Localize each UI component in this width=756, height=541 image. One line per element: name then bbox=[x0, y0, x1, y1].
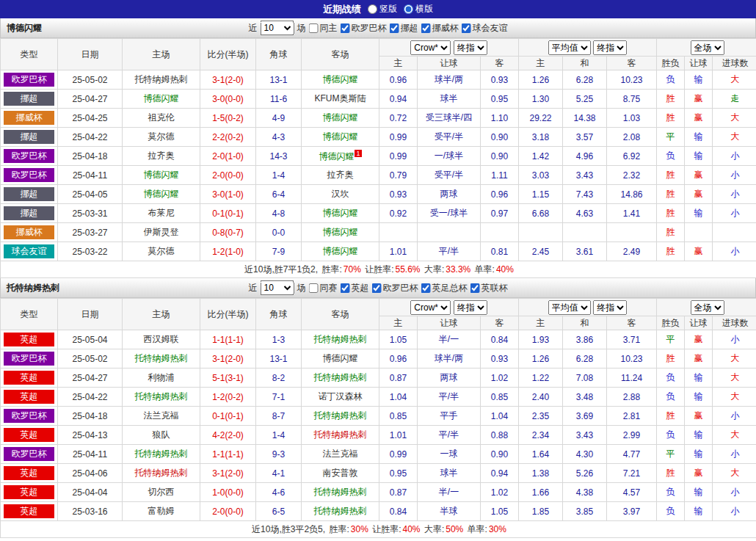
away-team[interactable]: 托特纳姆热刺 bbox=[314, 506, 367, 516]
home-team[interactable]: 博德闪耀 bbox=[144, 170, 179, 180]
home-team[interactable]: 托特纳姆热刺 bbox=[135, 74, 188, 84]
match-score[interactable]: 0-1(0-1) bbox=[200, 204, 256, 223]
away-team[interactable]: 托特纳姆热刺 bbox=[314, 410, 367, 421]
home-team[interactable]: 法兰克福 bbox=[144, 410, 179, 421]
league-checkbox[interactable] bbox=[421, 283, 431, 293]
league-checkbox[interactable] bbox=[421, 23, 431, 33]
league-checkbox[interactable] bbox=[372, 283, 382, 293]
league-checkbox[interactable] bbox=[390, 23, 399, 33]
average-odds-select[interactable]: 平均值 bbox=[548, 40, 591, 55]
away-team[interactable]: 南安普敦 bbox=[323, 468, 358, 478]
match-score[interactable]: 2-0(1-0) bbox=[200, 147, 256, 166]
home-team[interactable]: 托特纳姆热刺 bbox=[135, 353, 188, 363]
euro-odds-time-select[interactable]: 终指 bbox=[593, 300, 627, 315]
home-team[interactable]: 切尔西 bbox=[148, 487, 175, 497]
league-filter[interactable]: 球会友谊 bbox=[462, 22, 508, 35]
league-filter[interactable]: 欧罗巴杯 bbox=[372, 282, 418, 294]
layout-option-vertical[interactable]: 竖版 bbox=[368, 3, 397, 15]
away-team[interactable]: 托特纳姆热刺 bbox=[314, 334, 367, 344]
match-score[interactable]: 3-0(1-0) bbox=[200, 185, 256, 204]
away-team[interactable]: 博德闪耀 bbox=[323, 131, 358, 142]
away-team[interactable]: 法兰克福 bbox=[323, 449, 358, 459]
fulltime-select[interactable]: 全场 bbox=[691, 300, 724, 315]
match-score[interactable]: 1-5(0-2) bbox=[200, 109, 256, 128]
layout-option-horizontal[interactable]: 横版 bbox=[404, 3, 433, 15]
asian-odds-time-select[interactable]: 终指 bbox=[454, 300, 487, 315]
league-filter[interactable]: 挪威杯 bbox=[421, 22, 459, 35]
away-team[interactable]: 博德闪耀 bbox=[319, 151, 354, 161]
home-team[interactable]: 博德闪耀 bbox=[144, 93, 179, 104]
home-team[interactable]: 西汉姆联 bbox=[144, 334, 179, 344]
league-filter[interactable]: 英超 bbox=[341, 282, 369, 294]
league-filter[interactable]: 欧罗巴杯 bbox=[341, 22, 387, 35]
home-team[interactable]: 伊斯灵登 bbox=[144, 227, 179, 237]
league-filter[interactable]: 英联杯 bbox=[470, 282, 508, 294]
same-venue-filter[interactable]: 同主 bbox=[309, 22, 338, 35]
home-team[interactable]: 利物浦 bbox=[148, 372, 175, 382]
match-score[interactable]: 3-0(0-0) bbox=[200, 90, 256, 109]
match-score[interactable]: 3-1(2-0) bbox=[200, 349, 256, 368]
home-team[interactable]: 祖克伦 bbox=[148, 112, 175, 123]
home-team[interactable]: 博德闪耀 bbox=[144, 189, 179, 199]
match-score[interactable]: 1-2(0-2) bbox=[200, 388, 256, 407]
match-score[interactable]: 1-2(1-0) bbox=[200, 242, 256, 261]
asian-odds-time-select[interactable]: 终指 bbox=[454, 40, 487, 55]
away-team[interactable]: 诺丁汉森林 bbox=[319, 391, 363, 402]
home-team[interactable]: 托特纳姆热刺 bbox=[135, 449, 188, 459]
match-count-select[interactable]: 10 bbox=[261, 280, 294, 295]
match-score[interactable]: 2-0(0-0) bbox=[200, 502, 256, 521]
match-score[interactable]: 2-2(0-2) bbox=[200, 128, 256, 147]
home-team[interactable]: 莫尔德 bbox=[148, 131, 175, 142]
league-checkbox[interactable] bbox=[470, 283, 480, 293]
match-score[interactable]: 1-1(1-1) bbox=[200, 330, 256, 349]
away-team[interactable]: 拉齐奥 bbox=[327, 170, 354, 180]
away-team[interactable]: 托特纳姆热刺 bbox=[314, 487, 367, 497]
corner-score: 9-3 bbox=[256, 445, 302, 464]
home-team[interactable]: 托特纳姆热刺 bbox=[135, 391, 188, 402]
match-count-select[interactable]: 10 bbox=[261, 21, 294, 35]
vertical-layout-radio[interactable] bbox=[368, 4, 377, 14]
away-team[interactable]: 博德闪耀 bbox=[323, 112, 358, 123]
match-score[interactable]: 3-1(2-0) bbox=[200, 464, 256, 483]
match-score[interactable]: 3-1(2-0) bbox=[200, 70, 256, 90]
away-team[interactable]: KFUM奥斯陆 bbox=[315, 93, 366, 104]
home-team[interactable]: 拉齐奥 bbox=[148, 150, 175, 161]
match-score[interactable]: 1-1(1-1) bbox=[200, 445, 256, 464]
match-score[interactable]: 5-1(3-1) bbox=[200, 368, 256, 388]
euro-odds-time-select[interactable]: 终指 bbox=[593, 40, 627, 55]
ah-away-odds: 0.90 bbox=[481, 147, 519, 166]
euro-home-odds: 1.15 bbox=[519, 185, 563, 204]
league-filter[interactable]: 英足总杯 bbox=[421, 282, 468, 294]
league-checkbox[interactable] bbox=[462, 23, 471, 33]
same-competition-checkbox[interactable] bbox=[309, 283, 319, 293]
league-checkbox[interactable] bbox=[341, 23, 350, 33]
home-team[interactable]: 布莱尼 bbox=[148, 208, 175, 218]
away-team[interactable]: 博德闪耀 bbox=[323, 74, 358, 84]
league-checkbox[interactable] bbox=[341, 283, 350, 293]
away-team[interactable]: 托特纳姆热刺 bbox=[314, 429, 367, 440]
home-team[interactable]: 托特纳姆热刺 bbox=[135, 468, 188, 478]
bookmaker-select[interactable]: Crow* bbox=[410, 40, 451, 55]
away-team[interactable]: 博德闪耀 bbox=[323, 246, 358, 256]
home-team[interactable]: 狼队 bbox=[153, 429, 170, 440]
match-score[interactable]: 2-0(0-0) bbox=[200, 166, 256, 185]
away-team[interactable]: 博德闪耀 bbox=[323, 353, 358, 363]
home-team[interactable]: 莫尔德 bbox=[148, 246, 175, 256]
average-odds-select[interactable]: 平均值 bbox=[548, 300, 591, 315]
fulltime-select[interactable]: 全场 bbox=[691, 40, 724, 55]
match-score[interactable]: 1-0(0-0) bbox=[200, 483, 256, 502]
away-team[interactable]: 托特纳姆热刺 bbox=[314, 372, 367, 382]
same-venue-checkbox[interactable] bbox=[309, 23, 319, 33]
match-score[interactable]: 0-1(0-1) bbox=[200, 407, 256, 426]
horizontal-layout-radio[interactable] bbox=[404, 4, 413, 14]
match-score[interactable]: 0-8(0-7) bbox=[200, 223, 256, 242]
home-team[interactable]: 富勒姆 bbox=[148, 506, 175, 516]
corner-score: 7-1 bbox=[256, 388, 302, 407]
bookmaker-select[interactable]: Crow* bbox=[410, 300, 451, 315]
away-team[interactable]: 博德闪耀 bbox=[323, 227, 358, 237]
same-competition-filter[interactable]: 同赛 bbox=[309, 282, 338, 294]
away-team[interactable]: 博德闪耀 bbox=[323, 208, 358, 218]
match-score[interactable]: 4-2(2-0) bbox=[200, 426, 256, 445]
away-team[interactable]: 汉坎 bbox=[332, 189, 349, 199]
league-filter[interactable]: 挪超 bbox=[390, 22, 418, 35]
